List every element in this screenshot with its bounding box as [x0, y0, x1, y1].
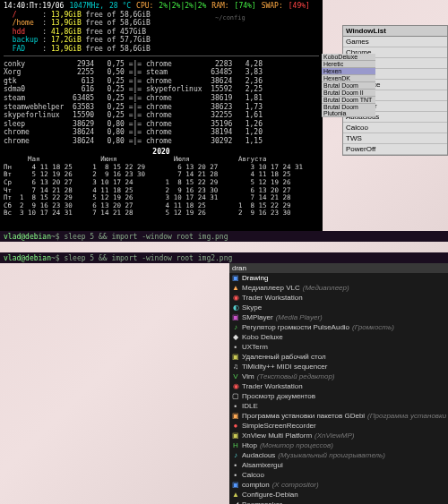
menu-item-label: Htop	[242, 441, 257, 449]
menu-item-comment: (Монитор процессов)	[260, 441, 333, 449]
menu-item-comment: (Громкость)	[352, 323, 394, 331]
proc-row: steamwebhelper 63583 0,25 =|= chrome 386…	[4, 103, 319, 112]
window-sub-item[interactable]: KoboDeluxe	[322, 54, 375, 61]
prompt-user: vlad@debian	[4, 233, 51, 241]
menu-item[interactable]: ▣Программа установки пакетов GDebi(Прогр…	[229, 411, 448, 421]
status-bar: 14:40:Пт:19/06 1047MHz, 28 °C CPU: 2%|2%…	[4, 2, 319, 11]
menu-item-comment: (XnViewMP)	[314, 431, 354, 440]
proc-row: sdma0 616 0,25 =|= skypeforlinux 15592 2…	[4, 85, 319, 94]
proc-row: gtk 613 0,25 =|= chrome 38624 2,36	[4, 77, 319, 86]
app-icon: V	[232, 372, 239, 380]
app-icon: ▲	[232, 491, 239, 499]
disk-row: backup : 17,2GiB free of 57,7GiB	[4, 36, 319, 45]
menu-item-label: Kobo Deluxe	[242, 333, 283, 341]
menu-item[interactable]: ▣XnView Multi Platform(XnViewMP)	[229, 431, 448, 440]
menu-item[interactable]: ◉Trader Workstation	[229, 381, 448, 391]
menu-item-label: Drawing	[242, 274, 268, 282]
proc-row: skypeforlinux 15590 0,25 =|= chrome 3225…	[4, 111, 319, 120]
window-sub-item[interactable]: Brutal Doom Plutonia	[322, 104, 375, 117]
window-list-item[interactable]: PowerOff	[343, 144, 447, 155]
proc-row: steam 63485 0,25 =|= chrome 38619 1,81	[4, 94, 319, 103]
app-icon: ▪	[232, 343, 239, 351]
window-sub-item[interactable]: Heretic	[322, 61, 375, 68]
menu-item-label: Удаленный рабочий стол	[242, 353, 326, 361]
window-list-submenu: KoboDeluxeHereticHexenHexenDKBrutal Doom…	[322, 54, 375, 117]
menu-item-label: TiMidity++ MIDI sequencer	[242, 363, 327, 371]
menu-item-label: Программа установки пакетов GDebi	[242, 412, 365, 420]
menu-item[interactable]: VVim(Текстовый редактор)	[229, 372, 448, 381]
menu-item-label: Vim	[242, 372, 254, 380]
window-list-item[interactable]: Games	[343, 37, 447, 47]
menu-item[interactable]: ▪UXTerm	[229, 342, 448, 352]
app-icon: ▣	[232, 412, 239, 420]
cpu-usage: 2%|2%|2%|2%	[159, 2, 206, 11]
app-icon: ▪	[232, 402, 239, 410]
app-icon: ♫	[232, 363, 239, 371]
window-list-header: WindowList	[343, 26, 447, 37]
disk-row: / : 13,9GiB free of 58,6GiB	[4, 11, 319, 20]
menu-item-label: Audacious	[242, 451, 275, 459]
menu-item-label: compton	[242, 481, 270, 489]
calendar-row: Вс 3 10 17 24 31 7 14 21 28 5 12 19 26 2…	[4, 209, 319, 218]
swap-label: SWAP:	[262, 2, 283, 11]
window-sub-item[interactable]: Brutal Doom TNT	[322, 97, 375, 104]
cpu-temp: 28 °C	[109, 2, 131, 11]
menu-item[interactable]: ●SimpleScreenRecorder	[229, 421, 448, 431]
menu-item-comment: (Текстовый редактор)	[257, 372, 335, 380]
app-icon: H	[232, 441, 239, 449]
window-list-item[interactable]: TWS	[343, 133, 447, 144]
app-icon: ●	[232, 422, 239, 430]
terminal-prompt-2[interactable]: vlad@debian~$ sleep 5 && import -window …	[0, 252, 448, 263]
menu-item-label: Skype	[242, 303, 262, 312]
window-sub-item[interactable]: Hexen	[322, 68, 375, 75]
menu-item[interactable]: ▪IDLE	[229, 401, 448, 411]
app-icon: ◉	[232, 382, 239, 390]
menu-item[interactable]: ▣Удаленный рабочий стол	[229, 352, 448, 362]
menu-item[interactable]: ◢Boomseeker	[229, 500, 448, 504]
window-list-item[interactable]: Calcoo	[343, 123, 447, 133]
menu-item[interactable]: ◐Skype	[229, 303, 448, 312]
menu-item-label: Alsamixergui	[242, 461, 283, 469]
menu-item-comment: (Музыкальный проигрыватель)	[278, 451, 385, 459]
menu-item-comment: (Программа установки п…)	[367, 412, 448, 420]
window-sub-item[interactable]: Brutal Doom	[322, 82, 375, 90]
app-icon: ◉	[232, 294, 239, 302]
menu-item[interactable]: ▣compton(X compositor)	[229, 480, 448, 490]
menu-item[interactable]: ◆Kobo Deluxe	[229, 332, 448, 342]
app-icon: ▣	[232, 431, 239, 440]
menu-item[interactable]: ▪Calcoo	[229, 470, 448, 480]
app-icon: ▣	[232, 481, 239, 489]
window-sub-item[interactable]: HexenDK	[322, 75, 375, 82]
ram-label: RAM:	[211, 2, 228, 11]
app-icon: ◐	[232, 303, 239, 312]
app-icon: ◢	[232, 500, 239, 504]
menu-item[interactable]: ♪Регулятор громкости PulseAudio(Громкост…	[229, 322, 448, 332]
menu-item[interactable]: ◉Trader Workstation	[229, 293, 448, 303]
menu-header: dran	[229, 263, 448, 273]
config-hint: ~/config	[215, 14, 246, 21]
menu-item[interactable]: ▪Alsamixergui	[229, 460, 448, 470]
menu-item-label: Boomseeker	[242, 500, 282, 504]
menu-item[interactable]: HHtop(Монитор процессов)	[229, 440, 448, 450]
menu-item[interactable]: ♪Audacious(Музыкальный проигрыватель)	[229, 450, 448, 460]
menu-item[interactable]: ▲Медиаплеер VLC(Медиаплеер)	[229, 283, 448, 293]
menu-item[interactable]: ♫TiMidity++ MIDI sequencer	[229, 362, 448, 372]
terminal-prompt-1[interactable]: vlad@debian~$ sleep 5 && import -window …	[0, 231, 448, 242]
menu-item[interactable]: ▣Drawing	[229, 273, 448, 283]
menu-item-label: IDLE	[242, 402, 258, 410]
disk-row: hdd : 41,8GiB free of 457GiB	[4, 28, 319, 37]
prompt-user: vlad@debian	[4, 254, 51, 262]
menu-items: ▣Drawing▲Медиаплеер VLC(Медиаплеер)◉Trad…	[229, 273, 448, 504]
disk-usage-block: / : 13,9GiB free of 58,6GiB /home : 13,9…	[4, 11, 319, 54]
menu-item[interactable]: ▢Просмотр документов	[229, 391, 448, 401]
prompt-cmd: ~$ sleep 5 && import -window root img2.p…	[51, 254, 232, 262]
proc-row: Xorg 2255 0,50 =|= steam 63485 3,83	[4, 68, 319, 77]
menu-item-label: XnView Multi Platform	[242, 431, 312, 440]
calendar-grid: Пн 4 11 18 25 1 8 15 22 29 6 13 20 27 3 …	[4, 164, 319, 218]
menu-item[interactable]: ▲Configure-Debian	[229, 490, 448, 500]
menu-item[interactable]: ▣SMPlayer(Media Player)	[229, 312, 448, 322]
menu-item-label: Calcoo	[242, 471, 264, 479]
app-icon: ▪	[232, 461, 239, 469]
menu-item-comment: (Media Player)	[276, 313, 323, 321]
window-sub-item[interactable]: Brutal Doom II	[322, 90, 375, 97]
